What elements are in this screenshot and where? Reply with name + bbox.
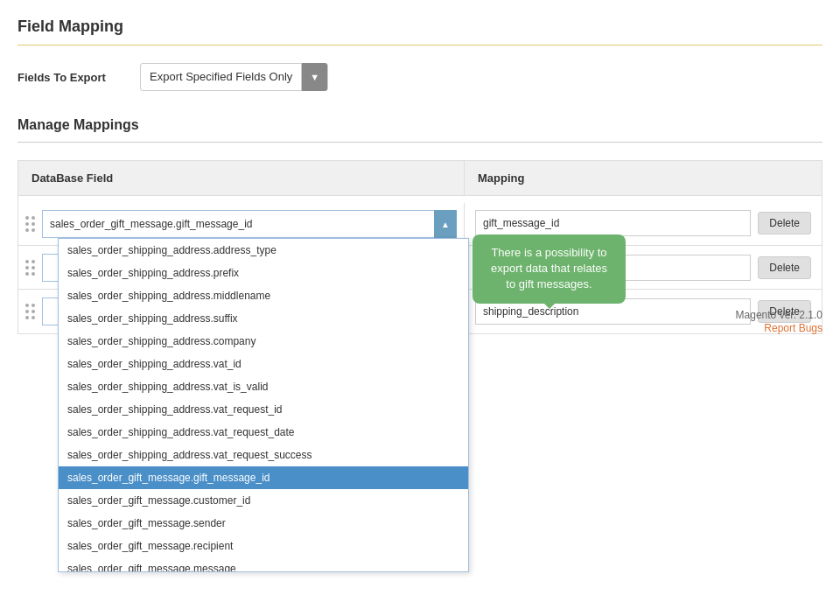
dropdown-item[interactable]: sales_order_shipping_address.suffix xyxy=(59,307,468,330)
dropdown-item[interactable]: sales_order_shipping_address.vat_is_vali… xyxy=(59,375,468,398)
export-select-arrow-icon[interactable] xyxy=(301,63,327,91)
mappings-table-header: DataBase Field Mapping xyxy=(18,161,822,196)
tooltip-bubble: There is a possibility to export data th… xyxy=(472,234,626,304)
dropdown-item[interactable]: sales_order_shipping_address.company xyxy=(59,330,468,353)
mappings-body: sales_order_shipping_address.address_typ… xyxy=(18,196,822,333)
export-select-text: Export Specified Fields Only xyxy=(141,63,301,91)
dropdown-item[interactable]: sales_order_shipping_address.middlename xyxy=(59,284,468,307)
footer-version-number: ver. 2.1.0 xyxy=(780,309,822,321)
footer-version: Magento ver. 2.1.0 xyxy=(736,309,822,321)
fields-to-export-label: Fields To Export xyxy=(18,71,140,84)
fields-to-export-row: Fields To Export Export Specified Fields… xyxy=(18,63,822,91)
mapping-value-input[interactable] xyxy=(475,210,751,236)
drag-handle[interactable] xyxy=(25,216,35,232)
dropdown-item[interactable]: sales_order_gift_message.sender xyxy=(59,512,468,535)
db-field-input[interactable] xyxy=(42,210,457,238)
dropdown-item[interactable]: sales_order_gift_message.recipient xyxy=(59,535,468,557)
db-field-dropdown[interactable]: sales_order_shipping_address.address_typ… xyxy=(58,238,469,572)
dropdown-item[interactable]: sales_order_shipping_address.prefix xyxy=(59,262,468,284)
page-title: Field Mapping xyxy=(18,18,822,46)
db-field-input-wrapper: sales_order_shipping_address.address_typ… xyxy=(42,210,457,238)
dropdown-item[interactable]: sales_order_gift_message.customer_id xyxy=(59,489,468,512)
drag-handle[interactable] xyxy=(25,304,35,319)
mappings-table: DataBase Field Mapping xyxy=(18,160,822,334)
report-bugs-link[interactable]: Report Bugs xyxy=(764,322,822,334)
mapping-column-header: Mapping xyxy=(465,161,822,195)
dropdown-item[interactable]: sales_order_shipping_address.vat_request… xyxy=(59,444,468,466)
drag-handle[interactable] xyxy=(25,260,35,276)
footer: Magento ver. 2.1.0 Report Bugs xyxy=(736,309,822,334)
dropdown-item[interactable]: sales_order_shipping_address.address_typ… xyxy=(59,239,468,262)
footer-version-label: Magento xyxy=(736,309,777,321)
manage-mappings-title: Manage Mappings xyxy=(18,117,822,143)
dropdown-item[interactable]: sales_order_gift_message.message xyxy=(59,557,468,571)
table-row: sales_order_shipping_address.address_typ… xyxy=(18,196,822,246)
dropdown-item[interactable]: sales_order_shipping_address.vat_request… xyxy=(59,421,468,444)
delete-button[interactable]: Delete xyxy=(758,212,811,234)
dropdown-item[interactable]: sales_order_shipping_address.vat_id xyxy=(59,353,468,375)
db-field-dropdown-toggle[interactable] xyxy=(434,210,457,238)
delete-button[interactable]: Delete xyxy=(758,256,811,279)
db-field-column-header: DataBase Field xyxy=(18,161,465,195)
dropdown-list: sales_order_shipping_address.address_typ… xyxy=(59,239,468,571)
export-select[interactable]: Export Specified Fields Only xyxy=(140,63,328,91)
dropdown-item-selected[interactable]: sales_order_gift_message.gift_message_id xyxy=(59,466,468,489)
dropdown-item[interactable]: sales_order_shipping_address.vat_request… xyxy=(59,398,468,421)
